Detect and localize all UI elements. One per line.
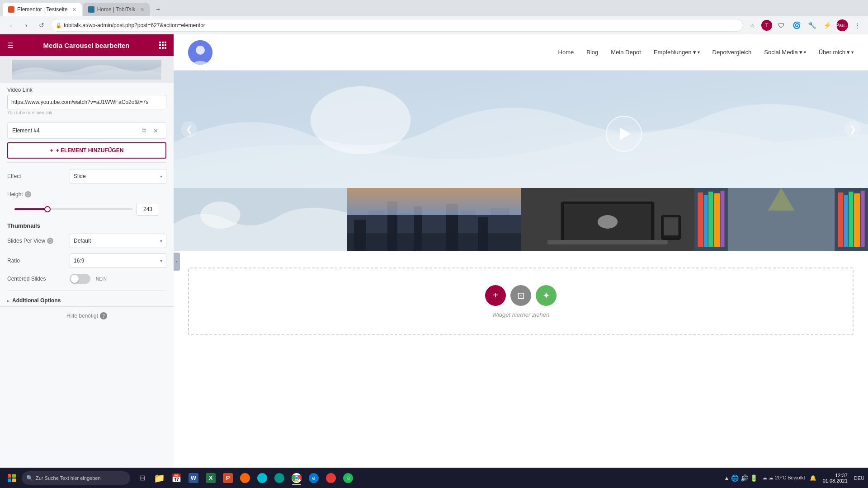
notifications-icon[interactable]: 🔔 — [810, 475, 816, 481]
nav-back-button[interactable]: ‹ — [5, 19, 17, 32]
element-copy-button[interactable]: ⧉ — [138, 125, 150, 136]
taskbar-app-teal[interactable] — [271, 470, 288, 486]
new-tab-button[interactable]: + — [152, 4, 164, 15]
empfehlungen-dropdown-icon: ▾ — [693, 49, 696, 56]
thumbnail-1[interactable] — [174, 188, 347, 251]
nav-link-home[interactable]: Home — [558, 49, 574, 56]
ratio-select[interactable]: 16:9 ▾ — [70, 253, 166, 268]
effect-label: Effect — [7, 173, 66, 179]
windows-taskbar: 🔍 Zur Suche Text hier eingeben ⊟ 📁 📅 W X… — [0, 468, 868, 488]
nav-forward-button[interactable]: › — [20, 19, 33, 32]
nav-link-blog[interactable]: Blog — [586, 49, 598, 56]
app-red-icon — [326, 473, 336, 483]
browser-extension-3[interactable]: 🔧 — [806, 19, 818, 32]
taskbar-word-icon[interactable]: W — [185, 470, 202, 486]
taskbar-app-red[interactable] — [323, 470, 339, 486]
taskbar-spotify-icon[interactable]: ♫ — [340, 470, 356, 486]
taskbar-right-area: ▲ 🌐 🔊 🔋 ☁ ☁ 20°C Bewölkt 🔔 12:37 01.08.2… — [724, 473, 864, 483]
nav-reload-button[interactable]: ↺ — [35, 19, 48, 32]
collapse-sidebar-button[interactable]: ‹ — [174, 253, 180, 271]
carousel-prev-button[interactable]: ❮ — [181, 121, 197, 137]
nav-link-ueber-mich[interactable]: Über mich ▾ — [819, 49, 854, 56]
help-link[interactable]: Hilfe benötigt ? — [66, 312, 107, 319]
svg-rect-33 — [704, 195, 708, 247]
explorer-icon: 📁 — [154, 473, 165, 483]
carousel-next-button[interactable]: ❯ — [844, 121, 861, 137]
tab-close-2[interactable]: ✕ — [140, 7, 144, 13]
centered-slides-label: Centered Slides — [7, 276, 66, 282]
browser-extension-4[interactable]: ⚡ — [821, 19, 834, 32]
template-widget-button[interactable]: ⊡ — [510, 285, 531, 306]
centered-slides-toggle[interactable] — [70, 274, 90, 284]
thumbnail-3[interactable] — [521, 188, 694, 251]
sidebar-menu-icon[interactable]: ☰ — [7, 41, 14, 50]
systray-expand-icon[interactable]: ▲ — [724, 475, 730, 481]
taskbar-app-icons: ⊟ 📁 📅 W X P — [134, 470, 356, 486]
browser-favorites-icon[interactable]: ☆ — [746, 19, 759, 32]
site-navigation: Home Blog Mein Depot Empfehlungen ▾ Depo… — [174, 34, 868, 70]
element-delete-button[interactable]: ✕ — [150, 125, 161, 136]
browser-tab-active[interactable]: Elementor | Testseite ✕ — [3, 3, 82, 16]
taskbar-excel-icon[interactable]: X — [203, 470, 219, 486]
task-view-button[interactable]: ⊟ — [134, 470, 150, 486]
clock-time: 12:37 — [823, 473, 848, 478]
browser-action-icons: ☆ T 🛡 🌀 🔧 ⚡ Pau... ⋮ — [746, 19, 863, 32]
browser-chrome: Elementor | Testseite ✕ Home | TobiTalk … — [0, 0, 868, 34]
height-slider-value[interactable]: 243 — [137, 203, 159, 216]
browser-user-profile[interactable]: Pau... — [836, 19, 848, 31]
additional-options-section[interactable]: ▸ Additional Options — [0, 295, 174, 306]
nav-link-depotvergleich[interactable]: Depotvergleich — [712, 49, 752, 56]
carousel-play-button[interactable] — [606, 116, 642, 152]
taskbar-explorer-icon[interactable]: 📁 — [151, 470, 167, 486]
add-element-button[interactable]: + + ELEMENT HINZUFÜGEN — [7, 142, 166, 159]
slides-per-view-info-icon[interactable]: ⬡ — [47, 238, 53, 244]
ratio-label: Ratio — [7, 258, 66, 264]
nav-link-mein-depot[interactable]: Mein Depot — [611, 49, 641, 56]
taskbar-chrome-icon[interactable] — [288, 470, 305, 486]
elementor-sidebar: ☰ Media Carousel bearbeiten — [0, 34, 174, 488]
battery-icon[interactable]: 🔋 — [750, 474, 758, 482]
height-slider-track[interactable] — [14, 208, 133, 210]
tab-close-1[interactable]: ✕ — [72, 7, 76, 13]
taskbar-app-cyan[interactable] — [254, 470, 270, 486]
thumbnail-2[interactable] — [347, 188, 521, 251]
taskbar-clock: 12:37 01.08.2021 — [819, 473, 851, 483]
svg-rect-32 — [698, 192, 703, 247]
nav-link-social-media[interactable]: Social Media ▾ — [764, 49, 806, 56]
taskbar-ppt-icon[interactable]: P — [220, 470, 236, 486]
browser-extension-2[interactable]: 🌀 — [790, 19, 803, 32]
video-link-input[interactable] — [7, 95, 166, 109]
browser-menu-button[interactable]: ⋮ — [851, 19, 863, 32]
address-bar[interactable]: 🔒 tobitalk.at/wp-admin/post.php?post=627… — [51, 19, 743, 32]
svg-rect-38 — [844, 195, 848, 247]
effect-select[interactable]: Slide ▾ — [70, 169, 166, 183]
browser-extension-1[interactable]: 🛡 — [775, 19, 788, 32]
thumbnail-4[interactable] — [694, 188, 868, 251]
windows-quad-green — [12, 474, 16, 478]
windows-logo-icon — [8, 474, 16, 482]
ai-widget-button[interactable]: ✦ — [536, 285, 557, 306]
browser-tab-2[interactable]: Home | TobiTalk ✕ — [83, 3, 150, 16]
additional-options-arrow: ▸ — [7, 298, 9, 303]
collapse-arrow-icon: ‹ — [176, 259, 177, 264]
taskbar-edge-icon[interactable]: e — [306, 470, 322, 486]
height-slider-thumb[interactable] — [44, 206, 51, 212]
slides-per-view-value: Default — [74, 238, 91, 244]
carousel-prev-icon: ❮ — [186, 124, 193, 134]
nav-link-empfehlungen[interactable]: Empfehlungen ▾ — [654, 49, 700, 56]
taskbar-app-orange[interactable] — [237, 470, 253, 486]
sidebar-help-area: Hilfe benötigt ? — [0, 306, 174, 325]
sidebar-grid-icon[interactable] — [159, 42, 166, 49]
taskbar-language[interactable]: DEU — [854, 475, 864, 481]
volume-icon[interactable]: 🔊 — [741, 474, 748, 482]
taskbar-search[interactable]: 🔍 Zur Suche Text hier eingeben — [22, 471, 130, 485]
start-button[interactable] — [4, 470, 20, 486]
taskbar-calendar-icon[interactable]: 📅 — [168, 470, 184, 486]
network-icon[interactable]: 🌐 — [731, 474, 739, 482]
add-widget-button[interactable]: + — [485, 285, 506, 306]
site-logo — [188, 40, 212, 65]
tab-label-2: Home | TobiTalk — [97, 6, 136, 13]
slides-per-view-select[interactable]: Default ▾ — [70, 234, 166, 248]
height-info-icon[interactable]: ⬡ — [25, 191, 31, 197]
browser-profile-icon[interactable]: T — [761, 20, 772, 31]
